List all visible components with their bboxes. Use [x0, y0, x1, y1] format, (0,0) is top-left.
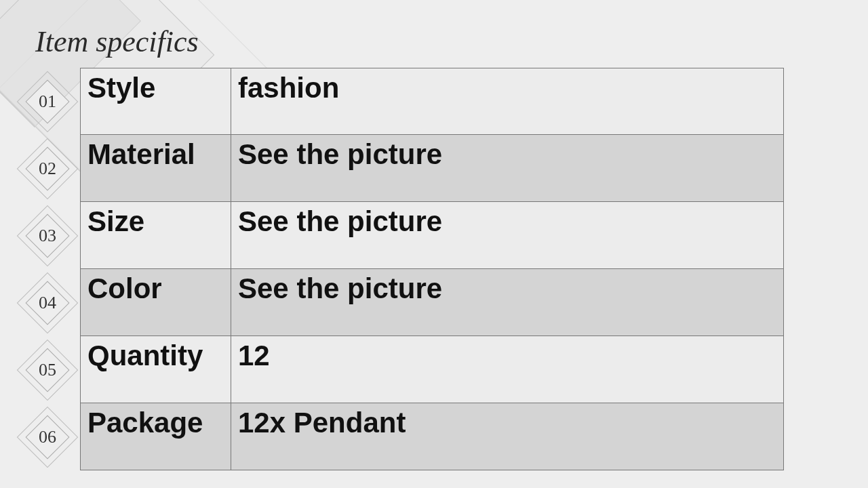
row-badge: 02 — [15, 135, 80, 202]
row-badge: 06 — [15, 403, 80, 470]
table-row: 02 Material See the picture — [15, 135, 784, 202]
row-index: 02 — [39, 159, 56, 179]
spec-key: Color — [81, 269, 231, 336]
spec-value: 12x Pendant — [231, 403, 783, 470]
table-row: 04 Color See the picture — [15, 269, 784, 336]
spec-value: See the picture — [231, 135, 783, 201]
row-index: 01 — [39, 92, 56, 112]
specifics-table: 01 Style fashion 02 Material See the pic… — [15, 68, 784, 470]
table-row: 06 Package 12x Pendant — [15, 403, 784, 470]
row-badge: 04 — [15, 269, 80, 336]
row-badge: 03 — [15, 202, 80, 269]
spec-value: 12 — [231, 336, 783, 403]
page-title: Item specifics — [35, 24, 199, 59]
spec-key: Material — [81, 135, 231, 201]
row-badge: 01 — [15, 68, 80, 135]
table-row: 03 Size See the picture — [15, 202, 784, 269]
spec-value: fashion — [231, 68, 783, 134]
row-index: 05 — [39, 360, 56, 380]
spec-key: Quantity — [81, 336, 231, 403]
row-index: 03 — [39, 226, 56, 246]
row-index: 04 — [39, 293, 56, 313]
spec-value: See the picture — [231, 269, 783, 336]
spec-key: Style — [81, 68, 231, 134]
spec-key: Package — [81, 403, 231, 470]
table-row: 01 Style fashion — [15, 68, 784, 135]
spec-key: Size — [81, 202, 231, 268]
row-badge: 05 — [15, 336, 80, 403]
spec-value: See the picture — [231, 202, 783, 268]
row-index: 06 — [39, 427, 56, 447]
table-row: 05 Quantity 12 — [15, 336, 784, 403]
